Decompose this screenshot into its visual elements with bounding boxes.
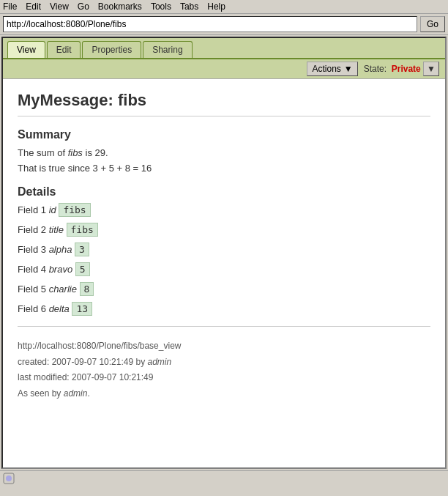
field-row-6: Field 6 delta 13 [18, 303, 430, 314]
browser-menubar: File Edit View Go Bookmarks Tools Tabs H… [0, 0, 448, 14]
field-3-label: Field 3 [18, 244, 49, 255]
field-3-value: 3 [75, 243, 89, 256]
menu-file[interactable]: File [3, 1, 17, 12]
footer-modified: last modified: 2007-09-07 10:21:49 [18, 370, 430, 386]
field-3-italic: alpha [49, 244, 72, 255]
summary-prefix: The sum of [18, 147, 68, 158]
tab-sharing[interactable]: Sharing [143, 41, 192, 58]
footer-created: created: 2007-09-07 10:21:49 by admin [18, 355, 430, 371]
summary-italic: fibs [68, 147, 83, 158]
url-bar[interactable]: http://localhost:8080/Plone/fibs [3, 16, 417, 32]
summary-suffix: is 29. [83, 147, 108, 158]
field-5-label: Field 5 [18, 284, 49, 295]
state-dropdown[interactable]: ▼ [423, 62, 439, 76]
tab-edit[interactable]: Edit [47, 41, 81, 58]
actions-arrow: ▼ [344, 64, 353, 74]
go-button[interactable]: Go [420, 16, 445, 32]
field-2-label: Field 2 [18, 224, 49, 235]
status-icon [3, 473, 15, 484]
actions-dropdown[interactable]: Actions ▼ [307, 62, 357, 76]
summary-line1: The sum of fibs is 29. [18, 147, 430, 158]
menu-tools[interactable]: Tools [151, 1, 171, 12]
field-2-italic: title [49, 224, 64, 235]
field-6-italic: delta [49, 303, 70, 314]
field-4-italic: bravo [49, 264, 73, 275]
field-row-5: Field 5 charlie 8 [18, 284, 430, 295]
field-row-4: Field 4 bravo 5 [18, 264, 430, 275]
state-prefix: State: Private ▼ [364, 64, 439, 74]
field-row-2: Field 2 title fibs [18, 224, 430, 235]
summary-line2: That is true since 3 + 5 + 8 = 16 [18, 163, 430, 174]
action-bar: Actions ▼ State: Private ▼ [3, 59, 445, 79]
details-section: Details Field 1 id fibs Field 2 title fi… [18, 185, 430, 314]
tabs-row: View Edit Properties Sharing [3, 38, 445, 59]
footer-seen: As seen by admin. [18, 386, 430, 402]
field-5-italic: charlie [49, 284, 77, 295]
summary-heading: Summary [18, 128, 430, 141]
field-4-label: Field 4 [18, 264, 49, 275]
field-1-value: fibs [59, 203, 90, 217]
tab-properties[interactable]: Properties [82, 41, 141, 58]
footer-url: http://localhost:8080/Plone/fibs/base_vi… [18, 338, 430, 355]
actions-label: Actions [312, 64, 340, 74]
field-row-3: Field 3 alpha 3 [18, 244, 430, 255]
footer-info: http://localhost:8080/Plone/fibs/base_vi… [18, 338, 430, 401]
field-row-1: Field 1 id fibs [18, 204, 430, 215]
field-1-italic: id [49, 204, 56, 215]
field-2-value: fibs [67, 223, 98, 237]
menu-tabs[interactable]: Tabs [180, 1, 198, 12]
page-title: MyMessage: fibs [18, 91, 430, 116]
footer-created-user: admin [147, 357, 171, 367]
menu-view[interactable]: View [50, 1, 69, 12]
field-6-label: Field 6 [18, 303, 49, 314]
field-1-label: Field 1 [18, 204, 49, 215]
field-5-value: 8 [80, 282, 94, 296]
menu-help[interactable]: Help [207, 1, 225, 12]
browser-toolbar: http://localhost:8080/Plone/fibs Go [0, 14, 448, 35]
status-bar [0, 470, 448, 485]
tab-view[interactable]: View [7, 41, 45, 58]
content-divider [18, 326, 430, 327]
field-4-value: 5 [75, 262, 90, 276]
menu-edit[interactable]: Edit [26, 1, 41, 12]
svg-point-1 [6, 475, 12, 481]
details-heading: Details [18, 185, 430, 199]
menu-go[interactable]: Go [78, 1, 89, 12]
footer-seen-user: admin [64, 388, 88, 399]
browser-content: View Edit Properties Sharing Actions ▼ S… [1, 37, 447, 469]
state-value: Private [392, 64, 421, 74]
menu-bookmarks[interactable]: Bookmarks [98, 1, 142, 12]
field-6-value: 13 [72, 302, 92, 316]
page-content: MyMessage: fibs Summary The sum of fibs … [3, 79, 445, 467]
